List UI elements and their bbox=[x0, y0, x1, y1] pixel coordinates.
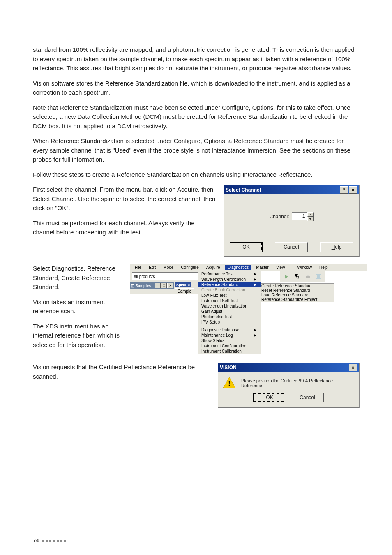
para-4: When Reference Standardization is select… bbox=[33, 136, 359, 164]
mi-load-ref-std[interactable]: Load Reference Standard bbox=[261, 293, 334, 297]
para-6: First select the channel. From the menu … bbox=[33, 185, 217, 213]
help-button[interactable]: Help bbox=[320, 242, 353, 252]
mi-diagnostic-db[interactable]: Diagnostic Database▶ bbox=[198, 327, 261, 333]
samples-title: Samples bbox=[135, 284, 154, 288]
sample-button[interactable]: Sample bbox=[175, 288, 194, 294]
para-1: standard from 100% reflectivity are mapp… bbox=[33, 45, 359, 73]
para-11: Vision requests that the Certified Refle… bbox=[33, 363, 211, 381]
close-icon[interactable]: × bbox=[349, 364, 357, 371]
help-icon[interactable]: ? bbox=[340, 186, 348, 194]
print-icon bbox=[303, 272, 313, 282]
ok-button[interactable]: OK bbox=[253, 393, 286, 402]
menu-diagnostics[interactable]: Diagnostics bbox=[225, 265, 252, 270]
spin-up-icon[interactable]: ▲ bbox=[307, 212, 314, 217]
channel-spinner[interactable]: 1 ▲ ▼ bbox=[292, 212, 314, 221]
para-5: Follow these steps to create a Reference… bbox=[33, 170, 359, 180]
menu-file[interactable]: File bbox=[132, 265, 144, 270]
mi-maintenance-log[interactable]: Maintenance Log▶ bbox=[198, 333, 261, 338]
page-number: 74 bbox=[33, 537, 39, 543]
list-icon bbox=[314, 272, 323, 282]
select-channel-title: Select Channel bbox=[226, 187, 261, 193]
vision-message: Please position the Certified 99% Reflec… bbox=[241, 378, 354, 388]
maximize-icon[interactable]: □ bbox=[161, 283, 167, 288]
para-2: Vision software stores the Reference Sta… bbox=[33, 79, 359, 97]
samples-icon: ◫ bbox=[131, 284, 135, 288]
para-10: The XDS instrument has an internal refer… bbox=[33, 322, 123, 350]
ok-button[interactable]: OK bbox=[230, 242, 263, 252]
mi-photometric-test[interactable]: Photometric Test bbox=[198, 314, 261, 319]
whatsthis-icon[interactable]: ? bbox=[292, 272, 302, 282]
para-8: Select Diagnostics, Reference Standard, … bbox=[33, 264, 123, 292]
menu-separator bbox=[199, 326, 260, 326]
spectra-tab[interactable]: Spectra bbox=[175, 282, 191, 287]
vision-title: VISION bbox=[220, 365, 237, 370]
select-channel-dialog: Select Channel ? × Channel: 1 ▲ ▼ bbox=[224, 185, 359, 257]
menu-help[interactable]: Help bbox=[316, 265, 331, 270]
mi-low-flux[interactable]: Low-Flux Test bbox=[198, 293, 261, 298]
diagnostics-menu: Performance Test▶ Wavelength Certificati… bbox=[198, 271, 261, 354]
cancel-button[interactable]: Cancel bbox=[291, 393, 324, 402]
para-9: Vision takes an instrument reference sca… bbox=[33, 298, 123, 316]
svg-text:?: ? bbox=[297, 275, 300, 280]
vision-dialog: VISION × ! Please position the Certified… bbox=[218, 363, 359, 408]
samples-window[interactable]: ◫ Samples _ □ × bbox=[130, 282, 174, 289]
menu-acquire[interactable]: Acquire bbox=[203, 265, 223, 270]
menu-configure[interactable]: Configure bbox=[178, 265, 201, 270]
mi-reference-standard[interactable]: Reference Standard▶ bbox=[198, 282, 261, 287]
para-3: Note that Reference Standardization must… bbox=[33, 103, 359, 131]
mi-gain-adjust[interactable]: Gain Adjust bbox=[198, 309, 261, 314]
product-combo-value: all products bbox=[132, 272, 199, 280]
mi-instrument-config[interactable]: Instrument Configuration bbox=[198, 343, 261, 349]
play-icon bbox=[281, 272, 291, 282]
menu-master[interactable]: Master bbox=[253, 265, 272, 270]
menu-mode[interactable]: Mode bbox=[160, 265, 176, 270]
menu-view[interactable]: View bbox=[273, 265, 288, 270]
mi-wl-linearization[interactable]: Wavelength Linearization bbox=[198, 303, 261, 309]
menubar: File Edit Mode Configure Acquire Diagnos… bbox=[130, 264, 367, 271]
channel-label: Channel: bbox=[269, 214, 289, 220]
mi-self-test[interactable]: Instrument Self Test bbox=[198, 298, 261, 303]
svg-rect-3 bbox=[307, 275, 309, 276]
warning-icon: ! bbox=[223, 377, 235, 389]
mi-performance-test[interactable]: Performance Test▶ bbox=[198, 271, 261, 277]
minimize-icon[interactable]: _ bbox=[155, 283, 161, 288]
channel-value[interactable]: 1 bbox=[292, 212, 307, 220]
cancel-button[interactable]: Cancel bbox=[275, 242, 308, 252]
mi-ref-std-project[interactable]: Reference Standardize Project bbox=[261, 297, 334, 302]
mi-ipv-setup[interactable]: IPV Setup bbox=[198, 319, 261, 325]
page-footer: 74 bbox=[33, 537, 66, 543]
mi-reset-ref-std[interactable]: Reset Reference Standard bbox=[261, 288, 334, 293]
product-combo[interactable]: all products ▼ bbox=[132, 272, 207, 281]
mi-show-status[interactable]: Show Status bbox=[198, 338, 261, 343]
close-icon[interactable]: × bbox=[167, 283, 173, 288]
spin-down-icon[interactable]: ▼ bbox=[307, 217, 314, 221]
close-icon[interactable]: × bbox=[349, 186, 357, 194]
menu-edit[interactable]: Edit bbox=[146, 265, 159, 270]
menu-window[interactable]: Window bbox=[294, 265, 315, 270]
mi-create-ref-std[interactable]: Create Reference Standard bbox=[261, 284, 334, 288]
para-7: This must be performed for each channel.… bbox=[33, 219, 217, 237]
app-window: File Edit Mode Configure Acquire Diagnos… bbox=[130, 264, 367, 294]
mi-wavelength-cert[interactable]: Wavelength Certification▶ bbox=[198, 277, 261, 282]
mi-instrument-calib[interactable]: Instrument Calibration bbox=[198, 349, 261, 354]
reference-standard-submenu: Create Reference Standard Reset Referenc… bbox=[261, 283, 334, 302]
dots-icon bbox=[40, 537, 66, 543]
mi-blank-correction: Create Blank Correction bbox=[198, 287, 261, 293]
